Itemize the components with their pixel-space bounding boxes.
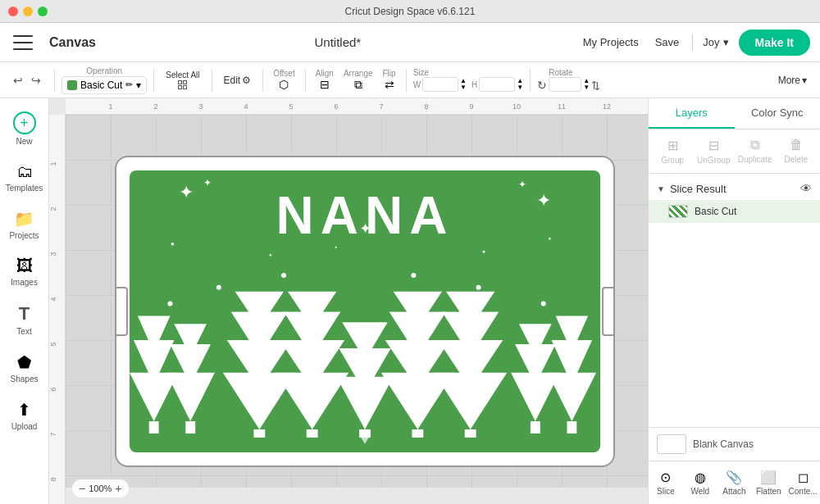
main: + New 🗂 Templates 📁 Projects 🖼 Images T …: [0, 98, 820, 504]
edit-button[interactable]: Edit ⚙: [219, 72, 257, 89]
notch-left: [115, 287, 128, 336]
my-projects-button[interactable]: My Projects: [580, 33, 642, 52]
save-button[interactable]: Save: [652, 33, 683, 52]
more-button[interactable]: More ▾: [772, 72, 813, 89]
slice-button[interactable]: ⊙ Slice: [649, 465, 683, 501]
dot-5: ●: [548, 236, 551, 241]
arrange-icon: ⧉: [354, 78, 362, 92]
projects-label: Projects: [9, 231, 39, 240]
tab-color-sync[interactable]: Color Sync: [735, 98, 821, 129]
sidebar-item-templates[interactable]: 🗂 Templates: [2, 156, 47, 199]
operation-group: Operation Basic Cut ✏ ▾: [61, 66, 147, 94]
align-label: Align: [316, 69, 334, 78]
undo-button[interactable]: ↩: [10, 70, 26, 90]
sidebar-item-upload[interactable]: ⬆ Upload: [2, 393, 47, 438]
offset-button[interactable]: Offset ⬡: [270, 66, 298, 94]
svg-rect-26: [412, 429, 423, 438]
sidebar-item-shapes[interactable]: ⬟ Shapes: [2, 346, 47, 390]
images-icon: 🖼: [16, 257, 33, 275]
width-down-button[interactable]: ▼: [460, 84, 467, 91]
flip-button[interactable]: Flip ⇄: [380, 66, 399, 94]
operation-value: Basic Cut: [80, 79, 122, 91]
toolbar: ↩ ↪ Operation Basic Cut ✏ ▾ Select All E…: [0, 62, 820, 98]
attach-icon: 📎: [726, 470, 742, 485]
ruler-h-10: 10: [512, 102, 521, 111]
user-name: Joy: [703, 36, 719, 48]
visibility-icon[interactable]: 👁: [800, 182, 812, 195]
align-button[interactable]: Align ⊟: [312, 66, 337, 94]
sparkle-right-2: ✦: [518, 179, 526, 190]
canvas-content[interactable]: NANA ✦ ✦ ✦ ✦ ● ● ● ● ● ✦: [66, 115, 648, 488]
delete-label: Delete: [784, 155, 808, 164]
rotate-group: ↻ Rotate ▲ ▼ ⇅: [537, 68, 600, 92]
contour-label: Conte...: [789, 487, 818, 496]
height-group: H ▲ ▼: [472, 77, 523, 92]
height-down-button[interactable]: ▼: [517, 84, 523, 91]
svg-rect-17: [307, 429, 318, 438]
arrange-button[interactable]: Arrange ⧉: [340, 66, 376, 95]
sidebar-item-images[interactable]: 🖼 Images: [2, 250, 47, 293]
width-input[interactable]: [422, 77, 458, 92]
zoom-out-button[interactable]: −: [79, 482, 85, 495]
sidebar-item-text[interactable]: T Text: [2, 297, 47, 343]
layer-item-basic-cut[interactable]: Basic Cut: [649, 200, 820, 223]
sidebar-item-new[interactable]: + New: [2, 105, 47, 152]
design-element[interactable]: NANA ✦ ✦ ✦ ✦ ● ● ● ● ● ✦: [115, 156, 615, 467]
rotate-label: Rotate: [549, 68, 572, 77]
redo-button[interactable]: ↪: [28, 70, 44, 90]
rotate-down-button[interactable]: ▼: [583, 84, 590, 91]
menu-button[interactable]: [10, 32, 36, 53]
ruler-h-4: 4: [244, 102, 248, 111]
operation-select[interactable]: Basic Cut ✏ ▾: [61, 76, 147, 94]
svg-point-41: [168, 302, 173, 306]
design-outer: NANA ✦ ✦ ✦ ✦ ● ● ● ● ● ✦: [115, 156, 615, 467]
canvas-area[interactable]: 1 2 3 4 5 6 7 8 9 10 11 12 13 1 2 3 4 5 …: [49, 98, 648, 504]
layer-section: ▼ Slice Result 👁 Basic Cut: [649, 174, 820, 427]
svg-rect-7: [185, 421, 195, 434]
ruler-h-8: 8: [424, 102, 428, 111]
group-button[interactable]: ⊞ Group: [652, 134, 693, 168]
chevron-down-icon: ▾: [723, 36, 729, 48]
close-button[interactable]: [8, 7, 18, 16]
contour-icon: ◻: [798, 470, 809, 485]
svg-point-46: [541, 302, 546, 306]
minimize-button[interactable]: [23, 7, 33, 16]
svg-rect-35: [531, 421, 540, 434]
text-label: Text: [16, 327, 31, 336]
rotate-field-group: Rotate ▲ ▼: [549, 68, 590, 92]
more-label: More: [778, 75, 800, 86]
height-input[interactable]: [479, 77, 515, 92]
redo-icon: ↪: [31, 74, 41, 87]
sparkle-left-1: ✦: [179, 182, 194, 203]
divider-7: [530, 69, 531, 92]
blank-canvas-label: Blank Canvas: [693, 438, 754, 450]
user-menu[interactable]: Joy ▾: [703, 36, 728, 48]
rotate-input[interactable]: [549, 77, 581, 92]
ruler-h-9: 9: [469, 102, 473, 111]
contour-button[interactable]: ◻ Conte...: [786, 465, 820, 501]
offset-label: Offset: [273, 69, 295, 78]
layer-group-header[interactable]: ▼ Slice Result 👁: [649, 177, 820, 200]
maximize-button[interactable]: [38, 7, 48, 16]
ruler-h-1: 1: [108, 102, 112, 111]
ungroup-button[interactable]: ⊟ UnGroup: [693, 134, 734, 168]
width-group: Size W ▲ ▼: [413, 68, 467, 92]
attach-button[interactable]: 📎 Attach: [718, 465, 752, 501]
weld-button[interactable]: ◍ Weld: [683, 465, 718, 501]
divider-5: [305, 69, 306, 92]
sidebar-item-projects[interactable]: 📁 Projects: [2, 202, 47, 247]
delete-button[interactable]: 🗑 Delete: [776, 134, 817, 168]
make-it-button[interactable]: Make It: [739, 30, 810, 56]
layer-group-label: Slice Result: [670, 183, 795, 195]
duplicate-icon: ⧉: [750, 138, 759, 152]
templates-label: Templates: [6, 184, 43, 193]
select-all-button[interactable]: Select All: [161, 68, 204, 92]
size-label: Size: [413, 68, 429, 77]
sparkle-center: ✦: [359, 220, 371, 238]
flatten-button[interactable]: ⬜ Flatten: [751, 465, 786, 501]
slice-label: Slice: [657, 487, 675, 496]
zoom-in-button[interactable]: +: [115, 482, 121, 495]
tab-layers[interactable]: Layers: [649, 98, 735, 129]
right-panel: Layers Color Sync ⊞ Group ⊟ UnGroup ⧉ Du…: [648, 98, 820, 504]
duplicate-button[interactable]: ⧉ Duplicate: [735, 134, 776, 168]
